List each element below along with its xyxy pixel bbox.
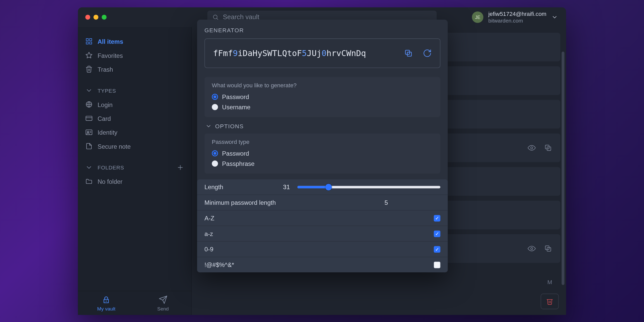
app-window: Search vault JE jefiw51724@hraifi.com bi…: [78, 7, 566, 315]
tab-label: Send: [157, 306, 169, 312]
checkbox[interactable]: [434, 230, 441, 237]
search-icon: [212, 14, 219, 20]
sidebar-item-card[interactable]: Card: [78, 111, 191, 125]
checkbox[interactable]: [434, 215, 441, 221]
sidebar-item-label: Identity: [98, 129, 117, 136]
sidebar-item-no-folder[interactable]: No folder: [78, 174, 191, 188]
charset-label: 0-9: [205, 245, 213, 252]
trash-icon: [546, 298, 553, 305]
account-text: jefiw51724@hraifi.com bitwarden.com: [488, 10, 546, 24]
note-icon: [85, 142, 93, 150]
sidebar-item-favorites[interactable]: Favorites: [78, 48, 191, 62]
svg-line-1: [217, 18, 218, 19]
generator-modal: GENERATOR fFmf9iDaHySWTLQtoF5JUj0hrvCWnD…: [197, 19, 448, 272]
sidebar-item-all-items[interactable]: All items: [78, 34, 191, 48]
checkbox[interactable]: [434, 246, 441, 252]
sidebar-item-label: All items: [98, 38, 123, 45]
sidebar-item-trash[interactable]: Trash: [78, 62, 191, 76]
svg-rect-4: [86, 42, 88, 44]
modal-title: GENERATOR: [205, 27, 441, 34]
options-toggle[interactable]: OPTIONS: [205, 123, 440, 129]
length-value: 31: [283, 183, 290, 190]
charset-label: !@#$%^&*: [205, 261, 234, 268]
password-type-section: Password type PasswordPassphrase: [205, 133, 441, 174]
options-header-label: OPTIONS: [215, 123, 244, 129]
globe-icon: [85, 101, 93, 108]
generated-password-box: fFmf9iDaHySWTLQtoF5JUj0hrvCWnDq: [205, 38, 441, 68]
charset-label: a-z: [205, 230, 213, 237]
charset-row-upper[interactable]: A-Z: [197, 210, 448, 226]
sidebar-item-secure-note[interactable]: Secure note: [78, 139, 191, 153]
charset-row-digits[interactable]: 0-9: [197, 241, 448, 257]
sidebar: All items Favorites Trash Types Login Ca…: [78, 27, 192, 315]
delete-button[interactable]: [541, 294, 559, 309]
sidebar-item-label: Secure note: [98, 143, 131, 149]
checkbox[interactable]: [434, 261, 441, 268]
charset-row-sym[interactable]: !@#$%^&*: [197, 257, 448, 272]
sidebar-item-identity[interactable]: Identity: [78, 125, 191, 139]
length-slider[interactable]: [297, 186, 440, 188]
lock-icon: [102, 295, 111, 304]
sidebar-item-label: Card: [98, 115, 111, 122]
sidebar-item-label: Trash: [98, 66, 113, 72]
chevron-down-icon: [205, 123, 212, 129]
password-type-option-pp[interactable]: Passphrase: [212, 158, 433, 169]
min-length-label: Minimum password length: [205, 199, 276, 206]
generate-type-section: What would you like to generate? Passwor…: [205, 77, 441, 117]
generate-option-password[interactable]: Password: [212, 92, 433, 102]
charset-row-lower[interactable]: a-z: [197, 226, 448, 242]
tab-send[interactable]: Send: [135, 291, 191, 315]
maximize-window-button[interactable]: [102, 15, 106, 19]
radio-icon: [212, 104, 218, 110]
radio-label: Username: [222, 103, 251, 110]
sidebar-item-label: Favorites: [98, 52, 123, 59]
length-row: Length 31: [197, 179, 448, 195]
sidebar-header-label: Types: [98, 87, 116, 93]
sidebar-item-label: Login: [98, 101, 113, 108]
svg-point-20: [531, 248, 533, 250]
minimize-window-button[interactable]: [93, 15, 98, 19]
tab-my-vault[interactable]: My vault: [78, 291, 135, 315]
svg-rect-3: [90, 38, 92, 40]
password-type-option-pw[interactable]: Password: [212, 148, 433, 158]
radio-label: Password: [222, 150, 249, 157]
radio-icon: [212, 160, 218, 167]
card-icon: [85, 114, 93, 122]
svg-point-0: [213, 15, 217, 19]
star-icon: [85, 51, 93, 59]
generate-option-username[interactable]: Username: [212, 102, 433, 112]
radio-icon: [212, 150, 218, 156]
sidebar-header-folders[interactable]: Folders: [78, 160, 191, 174]
copy-icon[interactable]: [544, 244, 552, 253]
sidebar-item-login[interactable]: Login: [78, 97, 191, 111]
chevron-down-icon: [551, 14, 558, 20]
add-folder-button[interactable]: [177, 164, 184, 171]
copy-password-button[interactable]: [404, 49, 413, 58]
min-length-row: Minimum password length 5: [197, 195, 448, 210]
generated-password: fFmf9iDaHySWTLQtoF5JUj0hrvCWnDq: [213, 47, 396, 59]
svg-rect-5: [90, 42, 92, 44]
account-menu[interactable]: JE jefiw51724@hraifi.com bitwarden.com: [472, 10, 558, 24]
length-label: Length: [205, 183, 223, 190]
copy-icon[interactable]: [544, 144, 552, 152]
account-email: jefiw51724@hraifi.com: [488, 10, 546, 17]
svg-point-16: [106, 300, 107, 302]
folder-icon: [85, 178, 93, 185]
svg-point-17: [531, 147, 533, 149]
close-window-button[interactable]: [85, 15, 90, 19]
trash-icon: [85, 65, 93, 73]
eye-icon[interactable]: [528, 244, 536, 253]
eye-icon[interactable]: [528, 144, 536, 152]
svg-rect-2: [86, 38, 88, 40]
scrollbar[interactable]: [562, 51, 564, 285]
svg-point-11: [87, 131, 89, 133]
svg-marker-6: [86, 52, 92, 58]
regenerate-button[interactable]: [423, 49, 432, 58]
generate-question: What would you like to generate?: [212, 82, 433, 88]
window-controls: [85, 15, 106, 19]
sidebar-header-types[interactable]: Types: [78, 83, 191, 97]
radio-icon: [212, 94, 218, 100]
sidebar-bottom-tabs: My vault Send: [78, 291, 191, 315]
tab-label: My vault: [97, 306, 115, 312]
grid-icon: [85, 38, 93, 45]
